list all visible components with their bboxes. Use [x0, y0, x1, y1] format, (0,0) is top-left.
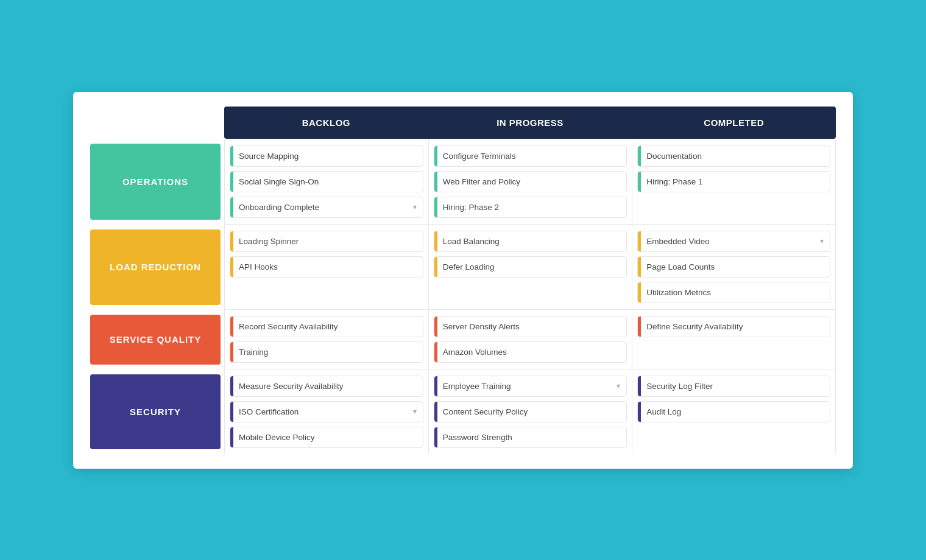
task-card[interactable]: API Hooks	[230, 256, 423, 278]
task-card[interactable]: ISO Certification▾	[230, 401, 423, 422]
header-inprogress: IN PROGRESS	[428, 107, 632, 139]
card-text: Onboarding Complete	[239, 203, 409, 212]
card-text: Loading Spinner	[239, 237, 417, 246]
task-card[interactable]: Utilization Metrics	[637, 282, 830, 303]
card-accent	[638, 376, 641, 396]
cell-inprogress-row2: Server Density AlertsAmazon Volumes	[428, 310, 632, 369]
card-text: Audit Log	[646, 407, 824, 416]
card-accent	[230, 317, 233, 337]
card-text: Page Load Counts	[646, 262, 824, 271]
card-text: Load Balancing	[443, 237, 621, 246]
category-load-reduction: LOAD REDUCTION	[90, 229, 221, 305]
task-card[interactable]: Loading Spinner	[230, 231, 423, 252]
task-card[interactable]: Social Single Sign-On	[230, 171, 423, 192]
card-accent	[230, 376, 233, 396]
card-text: API Hooks	[239, 262, 417, 271]
chevron-down-icon: ▾	[820, 237, 824, 245]
cell-backlog-row3: Measure Security AvailabilityISO Certifi…	[224, 369, 428, 454]
task-card[interactable]: Define Security Availability	[637, 316, 830, 337]
card-text: Utilization Metrics	[646, 288, 824, 297]
card-accent	[638, 317, 641, 337]
card-text: Hiring: Phase 1	[646, 177, 824, 186]
card-text: Measure Security Availability	[239, 382, 417, 391]
card-accent	[230, 197, 233, 217]
card-text: Password Strength	[443, 433, 621, 442]
card-accent	[434, 317, 437, 337]
chevron-down-icon: ▾	[413, 203, 417, 211]
task-card[interactable]: Amazon Volumes	[434, 341, 627, 363]
card-accent	[230, 172, 233, 192]
card-text: Record Security Availability	[239, 322, 417, 331]
task-card[interactable]: Documentation	[637, 145, 830, 167]
task-card[interactable]: Audit Log	[637, 401, 830, 422]
cell-backlog-row0: Source MappingSocial Single Sign-OnOnboa…	[224, 139, 428, 225]
card-accent	[434, 257, 437, 277]
card-accent	[434, 146, 437, 166]
card-accent	[230, 427, 233, 447]
task-card[interactable]: Load Balancing	[434, 231, 627, 252]
task-card[interactable]: Configure Terminals	[434, 145, 627, 167]
card-text: Employee Training	[443, 382, 613, 391]
card-text: Social Single Sign-On	[239, 177, 417, 186]
task-card[interactable]: Hiring: Phase 2	[434, 197, 627, 218]
card-text: Configure Terminals	[443, 152, 621, 161]
card-text: Web Filter and Policy	[443, 177, 621, 186]
card-text: Training	[239, 348, 417, 357]
card-text: ISO Certification	[239, 407, 409, 416]
card-text: Security Log Filter	[646, 382, 824, 391]
card-accent	[230, 257, 233, 277]
category-label: SERVICE QUALITY	[110, 334, 202, 345]
card-accent	[434, 376, 437, 396]
category-label: OPERATIONS	[122, 177, 188, 187]
card-accent	[638, 231, 641, 251]
chevron-down-icon: ▾	[413, 407, 417, 416]
card-accent	[230, 402, 233, 422]
card-accent	[638, 282, 641, 303]
task-card[interactable]: Password Strength	[434, 427, 627, 448]
category-label: LOAD REDUCTION	[110, 262, 201, 272]
category-security: SECURITY	[90, 374, 221, 449]
board-container: BACKLOG IN PROGRESS COMPLETED OPERATIONS…	[73, 92, 853, 469]
card-text: Content Security Policy	[443, 407, 621, 416]
cell-inprogress-row0: Configure TerminalsWeb Filter and Policy…	[428, 139, 632, 225]
board-grid: BACKLOG IN PROGRESS COMPLETED	[90, 107, 836, 139]
header-completed: COMPLETED	[632, 107, 836, 139]
task-card[interactable]: Security Log Filter	[637, 376, 830, 397]
card-accent	[434, 231, 437, 251]
task-card[interactable]: Mobile Device Policy	[230, 427, 423, 448]
task-card[interactable]: Server Density Alerts	[434, 316, 627, 337]
card-text: Source Mapping	[239, 152, 417, 161]
task-card[interactable]: Training	[230, 341, 423, 363]
task-card[interactable]: Employee Training▾	[434, 376, 627, 397]
card-accent	[230, 342, 233, 362]
card-accent	[638, 402, 641, 422]
task-card[interactable]: Onboarding Complete▾	[230, 197, 423, 218]
cell-backlog-row1: Loading SpinnerAPI Hooks	[224, 225, 428, 310]
task-card[interactable]: Content Security Policy	[434, 401, 627, 422]
card-text: Mobile Device Policy	[239, 433, 417, 442]
task-card[interactable]: Web Filter and Policy	[434, 171, 627, 192]
task-card[interactable]: Measure Security Availability	[230, 376, 423, 397]
cell-completed-row2: Define Security Availability	[632, 310, 836, 369]
card-accent	[434, 402, 437, 422]
task-card[interactable]: Page Load Counts	[637, 256, 830, 278]
header-backlog: BACKLOG	[224, 107, 428, 139]
task-card[interactable]: Source Mapping	[230, 145, 423, 167]
task-card[interactable]: Embedded Video▾	[637, 231, 830, 252]
rows-container: OPERATIONSSource MappingSocial Single Si…	[90, 139, 836, 454]
task-card[interactable]: Hiring: Phase 1	[637, 171, 830, 192]
cell-inprogress-row1: Load BalancingDefer Loading	[428, 225, 632, 310]
task-card[interactable]: Defer Loading	[434, 256, 627, 278]
card-accent	[230, 231, 233, 251]
cell-completed-row3: Security Log FilterAudit Log	[632, 369, 836, 454]
cell-backlog-row2: Record Security AvailabilityTraining	[224, 310, 428, 369]
category-operations: OPERATIONS	[90, 144, 221, 220]
category-service-quality: SERVICE QUALITY	[90, 315, 221, 365]
category-label: SECURITY	[130, 407, 181, 417]
card-text: Embedded Video	[646, 237, 816, 246]
card-text: Documentation	[646, 152, 824, 161]
card-accent	[638, 172, 641, 192]
card-accent	[434, 172, 437, 192]
cell-completed-row1: Embedded Video▾Page Load CountsUtilizati…	[632, 225, 836, 310]
task-card[interactable]: Record Security Availability	[230, 316, 423, 337]
